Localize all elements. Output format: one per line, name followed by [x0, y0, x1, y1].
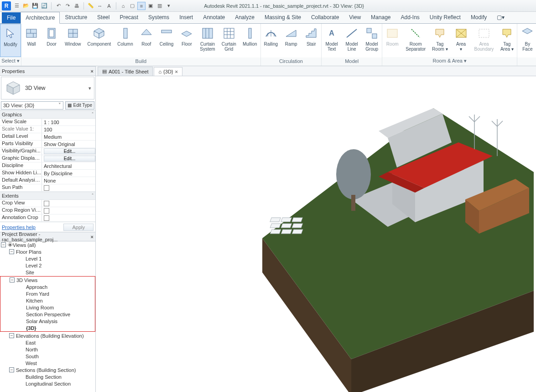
tab-collaborate[interactable]: Collaborate — [306, 11, 344, 23]
tree-item[interactable]: Longitudinal Section — [0, 380, 95, 387]
room-separator-button[interactable]: Room Separator — [402, 24, 429, 57]
tab-modify[interactable]: Modify — [466, 11, 492, 23]
prop-value[interactable]: Medium — [42, 133, 95, 140]
tree-item[interactable]: Solar Analysis — [0, 318, 95, 324]
prop-value[interactable]: Show Original — [42, 141, 95, 147]
edit-type-button[interactable]: ▦Edit Type — [65, 101, 94, 110]
tab-view[interactable]: View — [344, 11, 366, 23]
tree-item[interactable]: South — [0, 353, 95, 360]
dimension-icon[interactable]: ↔ — [96, 2, 104, 10]
tree-item[interactable]: Site — [0, 269, 95, 276]
area--button[interactable]: Area ▾ — [451, 24, 471, 57]
tree-branch[interactable]: –3D Views — [0, 277, 95, 283]
model-group-button[interactable]: Model Group — [362, 24, 382, 57]
close-inactive-icon[interactable]: ▣ — [146, 2, 155, 10]
checkbox[interactable] — [44, 215, 49, 221]
doc-tab-3d[interactable]: ⌂ {3D} × — [154, 67, 182, 76]
qat-menu-icon[interactable]: ☰ — [13, 2, 21, 10]
tag-room--button[interactable]: Tag Room ▾ — [429, 24, 451, 57]
tree-branch[interactable]: –Floor Plans — [0, 248, 95, 255]
prop-value[interactable]: Edit... — [42, 155, 95, 162]
prop-value[interactable] — [42, 214, 95, 221]
prop-value[interactable] — [42, 184, 95, 191]
ceiling-button[interactable]: Ceiling — [156, 24, 177, 57]
section-icon[interactable]: ▢ — [128, 2, 136, 10]
tab-annotate[interactable]: Annotate — [198, 11, 230, 23]
model-text-button[interactable]: A Model Text — [322, 24, 342, 57]
tree-toggle-icon[interactable]: – — [1, 242, 6, 247]
tab-steel[interactable]: Steel — [92, 11, 114, 23]
measure-icon[interactable]: 📏 — [87, 2, 95, 10]
tree-item[interactable]: Living Room — [0, 304, 95, 311]
window-button[interactable]: Window — [62, 24, 84, 57]
mullion-button[interactable]: Mullion — [239, 24, 260, 57]
room-area-group-label[interactable]: Room & Area ▾ — [382, 57, 517, 66]
by-face-button[interactable]: By Face — [517, 24, 536, 57]
doc-tab-titlesheet[interactable]: ▤ A001 - Title Sheet — [98, 67, 153, 76]
tab-unity[interactable]: Unity Reflect — [425, 11, 466, 23]
instance-selector[interactable]: 3D View: {3D}˅ — [1, 101, 63, 110]
tab-addins[interactable]: Add-Ins — [395, 11, 424, 23]
tab-architecture[interactable]: Architecture — [21, 12, 60, 24]
3d-icon[interactable]: ⌂ — [119, 2, 127, 10]
prop-value[interactable]: 100 — [42, 126, 95, 133]
column-button[interactable]: Column — [114, 24, 136, 57]
wall-button[interactable]: Wall — [21, 24, 42, 57]
tab-manage[interactable]: Manage — [366, 11, 395, 23]
tree-branch[interactable]: –Sections (Building Section) — [0, 366, 95, 373]
print-icon[interactable]: 🖶 — [73, 2, 81, 10]
tree-item[interactable]: West — [0, 360, 95, 366]
tree-item[interactable]: North — [0, 346, 95, 353]
undo-icon[interactable]: ↶ — [54, 2, 62, 10]
prop-value[interactable]: By Discipline — [42, 170, 95, 177]
tree-item[interactable]: Level 1 — [0, 255, 95, 262]
tree-root[interactable]: –👁 Views (all) — [0, 241, 95, 248]
curtain-system-button[interactable]: Curtain System — [197, 24, 218, 57]
tree-item[interactable]: Section Perspective — [0, 311, 95, 318]
railing-button[interactable]: Railing — [261, 24, 281, 57]
select-group-label[interactable]: Select ▾ — [0, 57, 21, 66]
tree-toggle-icon[interactable]: – — [10, 277, 15, 282]
prop-value[interactable]: 1 : 100 — [42, 119, 95, 125]
door-button[interactable]: Door — [42, 24, 62, 57]
prop-value[interactable] — [42, 207, 95, 214]
prop-value[interactable]: None — [42, 177, 95, 184]
modify-button[interactable]: Modify — [0, 24, 21, 57]
ramp-button[interactable]: Ramp — [281, 24, 301, 57]
text-icon[interactable]: A — [105, 2, 113, 10]
apply-button[interactable]: Apply — [63, 224, 94, 231]
qat-dropdown-icon[interactable]: ▾ — [165, 2, 173, 10]
tab-massing[interactable]: Massing & Site — [260, 11, 306, 23]
edit-button[interactable]: Edit... — [44, 156, 95, 162]
tree-item[interactable]: Kitchen — [0, 297, 95, 304]
tab-analyze[interactable]: Analyze — [230, 11, 260, 23]
type-selector[interactable]: 3D View ▾ — [1, 77, 94, 99]
stair-button[interactable]: Stair — [301, 24, 321, 57]
redo-icon[interactable]: ↷ — [63, 2, 72, 10]
edit-button[interactable]: Edit... — [44, 148, 95, 154]
tree-toggle-icon[interactable]: – — [9, 333, 14, 338]
roof-button[interactable]: Roof — [136, 24, 156, 57]
curtain-grid-button[interactable]: Curtain Grid — [219, 24, 239, 57]
prop-value[interactable]: Architectural — [42, 162, 95, 169]
tree-item[interactable]: {3D} — [0, 324, 95, 331]
model-line-button[interactable]: Model Line — [342, 24, 362, 57]
tab-structure[interactable]: Structure — [60, 11, 92, 23]
tab-overflow-icon[interactable]: ▢▾ — [492, 11, 510, 23]
close-tab-icon[interactable]: × — [175, 69, 178, 74]
properties-help-link[interactable]: Properties help — [2, 225, 36, 230]
tab-insert[interactable]: Insert — [174, 11, 198, 23]
prop-section-graphics[interactable]: Graphicsˆ — [0, 110, 95, 119]
thinlines-icon[interactable]: ≡ — [137, 2, 146, 10]
sync-icon[interactable]: 🔄 — [40, 2, 48, 10]
tree-toggle-icon[interactable]: – — [9, 367, 14, 372]
checkbox[interactable] — [44, 201, 49, 206]
close-icon[interactable]: × — [91, 68, 94, 74]
project-browser-tree[interactable]: –👁 Views (all)–Floor PlansLevel 1Level 2… — [0, 241, 95, 392]
component-button[interactable]: Component — [84, 24, 114, 57]
open-icon[interactable]: 📂 — [22, 2, 30, 10]
tree-toggle-icon[interactable]: – — [9, 249, 14, 254]
tree-item[interactable]: From Yard — [0, 290, 95, 297]
tree-branch[interactable]: –Elevations (Building Elevation) — [0, 332, 95, 339]
prop-section-extents[interactable]: Extentsˆ — [0, 192, 95, 200]
